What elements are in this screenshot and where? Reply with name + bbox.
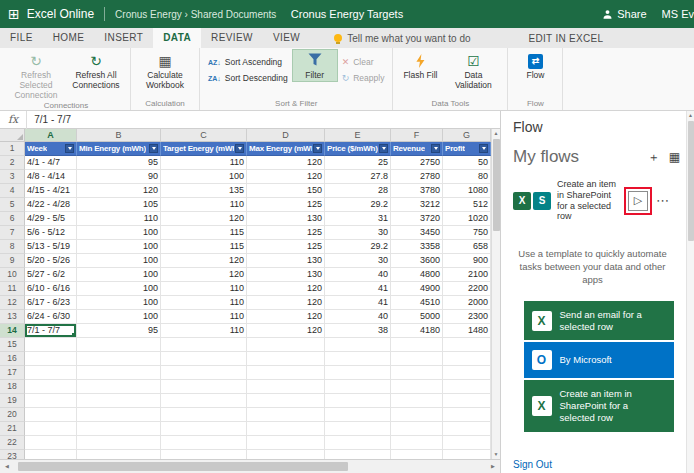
cell-A15[interactable] (25, 338, 77, 352)
cell-D7[interactable]: 125 (247, 226, 325, 240)
cell-G17[interactable] (443, 366, 491, 380)
cell-B21[interactable] (77, 422, 161, 436)
cell-E7[interactable]: 30 (325, 226, 391, 240)
row-number-16[interactable]: 16 (0, 352, 25, 366)
tab-home[interactable]: HOME (43, 28, 95, 48)
cell-E23[interactable] (325, 450, 391, 459)
refresh-all-connections-button[interactable]: ↻ Refresh All Connections (67, 50, 125, 91)
cell-B17[interactable] (77, 366, 161, 380)
cell-G12[interactable]: 2000 (443, 296, 491, 310)
clear-filter-button[interactable]: ✕ Clear (339, 56, 388, 68)
cell-D10[interactable]: 130 (247, 268, 325, 282)
row-number-10[interactable]: 10 (0, 268, 25, 282)
filter-dropdown-icon[interactable] (313, 144, 322, 153)
filter-dropdown-icon[interactable] (149, 144, 158, 153)
filter-button[interactable]: Filter (293, 50, 337, 81)
cell-G11[interactable]: 2200 (443, 282, 491, 296)
cell-D21[interactable] (247, 422, 325, 436)
column-header-E[interactable]: E (325, 129, 391, 142)
cell-C2[interactable]: 110 (161, 156, 247, 170)
row-number-5[interactable]: 5 (0, 198, 25, 212)
reapply-button[interactable]: ↻ Reapply (339, 72, 388, 84)
cell-B7[interactable]: 100 (77, 226, 161, 240)
cell-B12[interactable]: 100 (77, 296, 161, 310)
tab-data[interactable]: DATA (153, 28, 201, 48)
cell-A13[interactable]: 6/24 - 6/30 (25, 310, 77, 324)
edit-in-excel-button[interactable]: EDIT IN EXCEL (529, 33, 604, 44)
cell-C7[interactable]: 115 (161, 226, 247, 240)
cell-G8[interactable]: 658 (443, 240, 491, 254)
template-card-create-sharepoint-item[interactable]: Create an item in SharePoint for a selec… (524, 380, 674, 432)
cell-E6[interactable]: 31 (325, 212, 391, 226)
row-number-23[interactable]: 23 (0, 450, 25, 459)
column-header-A[interactable]: A (25, 129, 77, 142)
row-number-14[interactable]: 14 (0, 324, 25, 338)
row-number-17[interactable]: 17 (0, 366, 25, 380)
tell-me-box[interactable]: Tell me what you want to do (334, 33, 470, 44)
panel-scroll-up-icon[interactable]: ▲ (687, 111, 694, 120)
row-number-18[interactable]: 18 (0, 380, 25, 394)
cell-B15[interactable] (77, 338, 161, 352)
cell-E15[interactable] (325, 338, 391, 352)
cell-D2[interactable]: 120 (247, 156, 325, 170)
column-header-F[interactable]: F (391, 129, 443, 142)
cell-F4[interactable]: 3780 (391, 184, 443, 198)
cell-G10[interactable]: 2100 (443, 268, 491, 282)
cell-C21[interactable] (161, 422, 247, 436)
table-header-cell-F1[interactable]: Revenue (391, 142, 443, 156)
row-number-4[interactable]: 4 (0, 184, 25, 198)
panel-scroll-thumb[interactable] (688, 121, 694, 241)
cell-D15[interactable] (247, 338, 325, 352)
cell-E20[interactable] (325, 408, 391, 422)
cell-A21[interactable] (25, 422, 77, 436)
cell-E5[interactable]: 29.2 (325, 198, 391, 212)
filter-dropdown-icon[interactable] (431, 144, 440, 153)
cell-E13[interactable]: 40 (325, 310, 391, 324)
cell-B8[interactable]: 100 (77, 240, 161, 254)
table-header-cell-B1[interactable]: Min Energy (mWh) (77, 142, 161, 156)
row-number-12[interactable]: 12 (0, 296, 25, 310)
sort-descending-button[interactable]: Sort Descending (205, 72, 291, 84)
filter-dropdown-icon[interactable] (65, 144, 74, 153)
tab-review[interactable]: REVIEW (201, 28, 263, 48)
cell-E21[interactable] (325, 422, 391, 436)
cell-D8[interactable]: 125 (247, 240, 325, 254)
cell-B10[interactable]: 100 (77, 268, 161, 282)
cell-B4[interactable]: 120 (77, 184, 161, 198)
app-launcher-icon[interactable]: ⊞ (8, 7, 20, 21)
cell-F9[interactable]: 3600 (391, 254, 443, 268)
column-header-G[interactable]: G (443, 129, 491, 142)
cell-B19[interactable] (77, 394, 161, 408)
cell-A2[interactable]: 4/1 - 4/7 (25, 156, 77, 170)
cell-A4[interactable]: 4/15 - 4/21 (25, 184, 77, 198)
breadcrumb[interactable]: Cronus Energy › Shared Documents (115, 9, 276, 20)
cell-E12[interactable]: 41 (325, 296, 391, 310)
cell-E9[interactable]: 30 (325, 254, 391, 268)
refresh-selected-connection-button[interactable]: ↻ Refresh Selected Connection (7, 50, 65, 100)
cell-A18[interactable] (25, 380, 77, 394)
cell-G13[interactable]: 2300 (443, 310, 491, 324)
cell-G9[interactable]: 900 (443, 254, 491, 268)
cell-G5[interactable]: 512 (443, 198, 491, 212)
cell-B18[interactable] (77, 380, 161, 394)
cell-A22[interactable] (25, 436, 77, 450)
add-flow-icon[interactable]: ＋ (648, 151, 660, 163)
row-number-9[interactable]: 9 (0, 254, 25, 268)
row-number-7[interactable]: 7 (0, 226, 25, 240)
cell-A12[interactable]: 6/17 - 6/23 (25, 296, 77, 310)
table-header-cell-C1[interactable]: Target Energy (mWh) (161, 142, 247, 156)
cell-D18[interactable] (247, 380, 325, 394)
cell-D6[interactable]: 130 (247, 212, 325, 226)
sort-ascending-button[interactable]: Sort Ascending (205, 56, 291, 68)
cell-E4[interactable]: 28 (325, 184, 391, 198)
user-menu[interactable]: MS Ev (662, 8, 694, 20)
flow-item-more-icon[interactable]: ⋯ (656, 193, 669, 208)
cell-F10[interactable]: 4800 (391, 268, 443, 282)
column-header-C[interactable]: C (161, 129, 247, 142)
data-validation-button[interactable]: ☑ Data Validation (444, 50, 502, 91)
cell-C11[interactable]: 110 (161, 282, 247, 296)
cell-E11[interactable]: 41 (325, 282, 391, 296)
cell-C8[interactable]: 115 (161, 240, 247, 254)
template-card-send-email[interactable]: Send an email for a selected row (524, 301, 674, 341)
cell-E10[interactable]: 40 (325, 268, 391, 282)
